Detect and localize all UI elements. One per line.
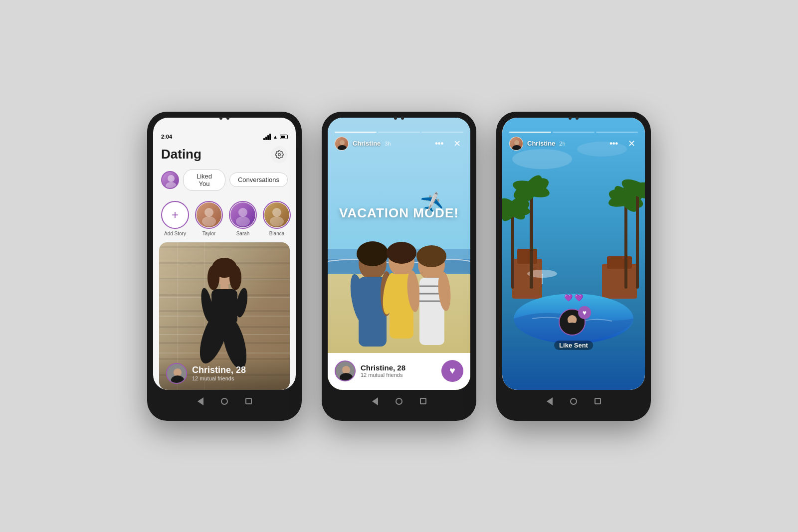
dating-title: Dating [161, 147, 201, 162]
phone3-bottom-nav [502, 390, 645, 415]
story-menu-button[interactable]: ••• [432, 139, 446, 148]
story-screen-2: Christine 3h ••• ✕ VACATION MODE! ✈️ [328, 118, 470, 390]
svg-point-54 [338, 145, 347, 151]
svg-point-47 [416, 245, 446, 267]
liked-you-button[interactable]: Liked You [183, 169, 225, 191]
progress-bar-pending [421, 132, 463, 133]
liked-you-avatar[interactable] [161, 171, 179, 189]
phone-2: Christine 3h ••• ✕ VACATION MODE! ✈️ [322, 112, 476, 421]
recents-button-3[interactable] [593, 397, 602, 406]
recents-button-2[interactable] [418, 397, 427, 406]
add-story-item[interactable]: + Add Story [161, 201, 189, 236]
svg-point-8 [270, 216, 284, 226]
story-time-2: 3h [385, 141, 391, 147]
story-avatar-img-sarah [230, 202, 255, 227]
svg-point-88 [565, 322, 579, 332]
story-bottom-card-2: Christine, 28 12 mutual friends ♥ [328, 353, 470, 390]
conversations-button[interactable]: Conversations [229, 173, 288, 187]
progress-bar-done-3 [509, 132, 551, 133]
home-button-2[interactable] [395, 397, 403, 406]
story-label-bianca: Bianca [269, 231, 285, 236]
phone-camera-1 [219, 117, 229, 120]
svg-point-84 [514, 140, 519, 145]
svg-point-85 [512, 145, 521, 151]
phone-1: 2:04 ▲ Dating [147, 112, 302, 421]
phone2-screen: Christine 3h ••• ✕ VACATION MODE! ✈️ [328, 118, 470, 390]
svg-point-4 [202, 216, 216, 226]
back-button[interactable] [196, 397, 205, 406]
add-story-label: Add Story [164, 231, 186, 236]
svg-point-1 [168, 175, 175, 182]
svg-rect-68 [511, 209, 514, 289]
story-top-bar-2: Christine 3h ••• ✕ [328, 118, 470, 136]
camera-dot [219, 117, 222, 120]
like-sent-overlay: 💜 💜 ♥ Like Sent [554, 309, 593, 350]
status-bar: 2:04 ▲ [153, 132, 296, 140]
story-avatar-img-bianca [264, 202, 289, 227]
like-sent-heart-badge: ♥ [578, 306, 591, 319]
story-label-taylor: Taylor [202, 231, 216, 236]
story-username-2: Christine [353, 140, 381, 147]
progress-bars: Christine 3h ••• ✕ [335, 132, 463, 151]
phone1-screen: 2:04 ▲ Dating [153, 118, 296, 390]
camera-dot [226, 117, 229, 120]
signal-icon [263, 134, 271, 140]
profile-mini-avatar [166, 363, 187, 384]
svg-point-18 [207, 265, 219, 290]
story-avatar-ring [195, 201, 223, 229]
profile-name: Christine, 28 [192, 365, 246, 375]
progress-bar-done [335, 132, 377, 133]
home-button[interactable] [220, 397, 229, 406]
filter-row: Liked You Conversations [153, 167, 296, 197]
svg-point-41 [387, 242, 416, 264]
profile-card[interactable]: Christine, 28 12 mutual friends [159, 242, 290, 390]
story-top-bar-3: Christine 2h ••• ✕ [502, 118, 645, 136]
profile-name-2: Christine, 28 [361, 363, 405, 372]
story-item-bianca[interactable]: Bianca [263, 201, 291, 236]
svg-point-7 [272, 208, 281, 217]
progress-bar-pending-3 [553, 132, 595, 133]
phone-3: Christine 2h ••• ✕ 💜 💜 [496, 112, 651, 421]
svg-rect-61 [512, 259, 542, 299]
back-button-2[interactable] [371, 397, 380, 406]
add-story-circle[interactable]: + [161, 201, 189, 229]
recents-button[interactable] [244, 397, 253, 406]
svg-point-5 [238, 208, 247, 217]
svg-rect-73 [530, 189, 533, 289]
story-close-button[interactable]: ✕ [450, 137, 463, 150]
story-screen-3: Christine 2h ••• ✕ 💜 💜 [502, 118, 645, 390]
story-avatar-ring-sarah [229, 201, 257, 229]
dating-app-screen: 2:04 ▲ Dating [153, 118, 296, 390]
story-menu-button-3[interactable]: ••• [606, 139, 621, 148]
profile-text: Christine, 28 12 mutual friends [192, 365, 246, 381]
svg-rect-64 [607, 256, 632, 269]
dating-header: Dating [153, 140, 296, 167]
svg-point-19 [229, 265, 241, 290]
settings-button[interactable] [271, 146, 288, 163]
story-close-button-3[interactable]: ✕ [625, 137, 638, 150]
phone3-screen: Christine 2h ••• ✕ 💜 💜 [502, 118, 645, 390]
story-avatar-2 [335, 137, 349, 151]
back-button-3[interactable] [545, 397, 554, 406]
story-avatar-ring-bianca [263, 201, 291, 229]
svg-rect-81 [636, 189, 639, 289]
story-avatar-img [197, 202, 221, 227]
home-button-3[interactable] [569, 397, 578, 406]
profile-mutual: 12 mutual friends [192, 375, 246, 381]
story-background-beach [328, 118, 470, 390]
status-time: 2:04 [161, 134, 172, 140]
svg-rect-63 [602, 264, 637, 299]
story-item-sarah[interactable]: Sarah [229, 201, 257, 236]
svg-rect-62 [517, 249, 537, 264]
story-username-3: Christine [527, 140, 555, 147]
svg-point-59 [512, 149, 572, 169]
wifi-icon: ▲ [273, 134, 278, 140]
progress-bars-3: Christine 2h ••• ✕ [509, 132, 638, 151]
svg-point-28 [174, 368, 182, 376]
story-avatar-3 [509, 137, 523, 151]
like-button-2[interactable]: ♥ [441, 360, 463, 382]
svg-point-0 [278, 153, 281, 156]
profile-mini-avatar-2 [335, 360, 356, 381]
svg-point-3 [204, 208, 213, 217]
story-item-taylor[interactable]: Taylor [195, 201, 223, 236]
